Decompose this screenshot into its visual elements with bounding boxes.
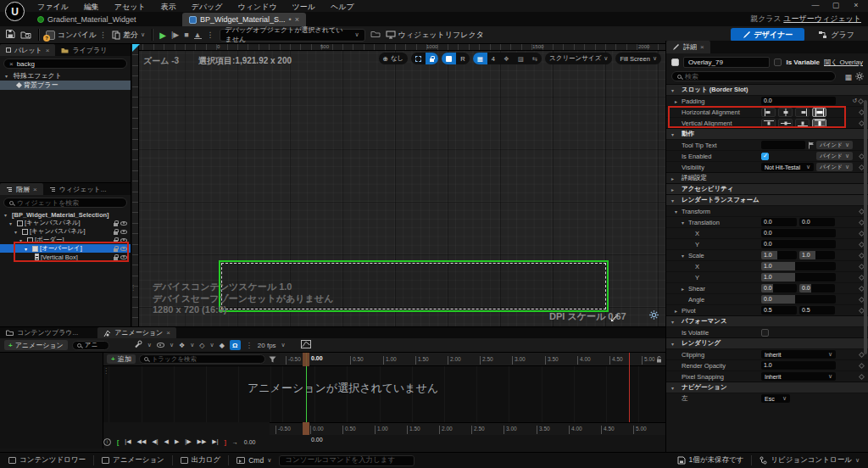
tab-close-icon[interactable]: × (700, 43, 704, 51)
graph-mode-button[interactable]: グラフ (810, 30, 863, 41)
widget-name-input[interactable]: Overlay_79 (683, 57, 770, 68)
save-icon[interactable] (5, 29, 15, 41)
section-slot[interactable]: ▾スロット (Border Slot) (666, 84, 868, 95)
overview-playhead-marker[interactable] (303, 422, 309, 435)
nav-left-dropdown[interactable]: Esc∨ (761, 394, 790, 403)
hierarchy-search-input[interactable]: ウィジェットを検索 (3, 198, 127, 208)
default-diamond-icon[interactable] (858, 362, 864, 368)
expander-icon[interactable]: ▾ (19, 237, 25, 243)
revision-control-button[interactable]: リビジョンコントロール ∨ (756, 455, 863, 465)
console-command-input[interactable]: コンソールコマンドを入力します (279, 455, 415, 466)
tooltip-input[interactable] (761, 141, 805, 149)
browse-debug-icon[interactable] (370, 30, 381, 40)
animation-list-empty[interactable] (0, 353, 103, 448)
screen-size-dropdown[interactable]: スクリーンサイズ∨ (545, 53, 612, 64)
clear-search-icon[interactable]: × (9, 60, 14, 68)
lock-icon[interactable] (114, 257, 118, 260)
info-icon[interactable]: i (103, 438, 111, 446)
loop-mode-button[interactable]: → (232, 439, 238, 445)
settings-gear-icon[interactable] (855, 72, 864, 82)
default-diamond-icon[interactable] (858, 373, 864, 379)
localize-flag-icon[interactable] (808, 142, 814, 149)
cmd-dropdown[interactable]: Cmd ∨ (233, 456, 275, 465)
designer-viewport[interactable]: 0 500 1000 1500 2000 ズーム -3 選択項目:1,921.9… (132, 44, 665, 326)
details-search-input[interactable]: 検索 (671, 71, 836, 81)
close-button[interactable]: × (848, 1, 865, 9)
valign-center-button[interactable] (778, 119, 793, 128)
snap-options-icon[interactable]: ⋮ (246, 342, 253, 349)
details-scrollbar[interactable] (864, 100, 867, 354)
tab-gradient-material-widget[interactable]: Gradient_Material_Widget (31, 13, 143, 26)
translation-y-input[interactable]: 0.0 (799, 218, 835, 226)
scale-y-input[interactable]: 1.0 (799, 251, 835, 259)
range-end-line[interactable] (629, 353, 630, 422)
is-volatile-checkbox[interactable] (761, 329, 769, 337)
x-input[interactable]: 0.0 (761, 229, 836, 237)
tree-row-canvas-panel-2[interactable]: ▾ [キャンバスパネル] (0, 227, 131, 236)
lock-icon[interactable] (114, 223, 118, 226)
section-advanced[interactable]: ▸詳細設定 (666, 172, 868, 183)
play-reverse-button[interactable]: ◀ (164, 438, 169, 445)
tab-palette[interactable]: パレット × (0, 44, 55, 56)
lock-icon[interactable] (114, 231, 118, 235)
display-filter-icon[interactable]: ▦ (844, 73, 852, 81)
debug-object-dropdown[interactable]: デバッグオブジェクトが選択されていません ∨ (220, 29, 365, 42)
expander-icon[interactable]: ▸ (675, 308, 682, 314)
expander-icon[interactable]: ▾ (14, 229, 20, 235)
key-all-diamond-icon[interactable]: ◆ (220, 342, 225, 349)
expander-icon[interactable]: ▾ (5, 73, 11, 79)
filter-funnel-icon[interactable] (269, 356, 276, 363)
palette-category-special-effects[interactable]: ▾ 特殊エフェクト (0, 71, 131, 81)
render-opacity-input[interactable]: 1.0 (761, 361, 836, 370)
snap-magnet-toggle[interactable]: Ω (230, 340, 241, 350)
designer-mode-button[interactable]: デザイナー (731, 28, 805, 42)
bind-dropdown[interactable]: バインド∨ (816, 163, 853, 171)
padding-input[interactable]: 0.0 (761, 97, 836, 105)
lock-icon[interactable] (114, 240, 118, 243)
section-navigation[interactable]: ▾ナビゲーション (666, 382, 868, 393)
play-options-icon[interactable]: ⋮ (207, 31, 214, 39)
expander-icon[interactable]: ▸ (675, 98, 682, 104)
expander-icon[interactable]: ▾ (4, 212, 10, 218)
timeline-ruler[interactable]: -0.50 0.50 1.00 1.50 2.00 2.50 3.00 3.50… (280, 353, 665, 366)
playhead-marker[interactable] (303, 353, 309, 366)
visibility-eye-icon[interactable] (120, 255, 127, 259)
shear-x-input[interactable]: 0.0 (761, 284, 797, 292)
output-log-button[interactable]: 出力ログ (177, 455, 224, 465)
visibility-eye-icon[interactable] (120, 230, 127, 234)
add-track-button[interactable]: + 追加 (107, 354, 136, 364)
lock-icon[interactable] (114, 248, 118, 252)
shear-y-input[interactable]: 0.0 (799, 284, 835, 292)
keyframe-options-icon[interactable]: ❖ (179, 342, 185, 349)
tab-close-icon[interactable]: × (166, 329, 170, 337)
palette-item-background-blur[interactable]: 背景ブラー (0, 81, 131, 90)
tab-hierarchy[interactable]: 階層 × (0, 183, 43, 195)
translation-x-input[interactable]: 0.0 (761, 218, 797, 226)
lock-widget-button[interactable] (426, 53, 438, 64)
tab-content-browser[interactable]: コンテンツブラウ... (0, 327, 84, 338)
preview-background-button[interactable]: ▨ (514, 53, 528, 64)
valign-top-button[interactable] (761, 119, 776, 128)
clipping-dropdown[interactable]: Inherit∨ (761, 350, 836, 359)
localization-preview-chip[interactable]: ⊕なし (379, 53, 409, 64)
tree-row-vertical-box[interactable]: [Vertical Box] (0, 253, 131, 261)
expander-icon[interactable]: ▸ (682, 286, 688, 292)
dpi-settings-gear-icon[interactable] (649, 310, 659, 321)
play-button[interactable]: ▶ (159, 31, 166, 40)
content-drawer-button[interactable]: コンテンツドロワー (5, 455, 89, 465)
tab-close-icon[interactable]: × (33, 186, 37, 193)
flip-preview-button[interactable]: ⇆ (528, 53, 542, 64)
step-back-button[interactable]: ◀| (152, 438, 158, 445)
auto-key-diamond-icon[interactable]: ◇ (199, 342, 204, 349)
pivot-y-input[interactable]: 0.5 (799, 306, 835, 315)
next-key-button[interactable]: ▶▶ (198, 438, 207, 445)
to-end-button[interactable]: ▶| (212, 438, 218, 445)
to-front-button[interactable]: |◀ (125, 438, 131, 445)
unsaved-files-button[interactable]: 1個が未保存です (674, 455, 748, 465)
stop-button[interactable]: ■ (184, 31, 188, 39)
set-start-bracket-button[interactable]: [ (117, 439, 119, 445)
grid-snap-toggle[interactable]: ▦ (473, 53, 487, 64)
tree-row-root[interactable]: ▾ [BP_Widget_Material_Selection] (0, 210, 131, 219)
visibility-eye-icon[interactable] (120, 221, 127, 226)
tab-widget-tree[interactable]: ウィジェット... (43, 183, 113, 195)
